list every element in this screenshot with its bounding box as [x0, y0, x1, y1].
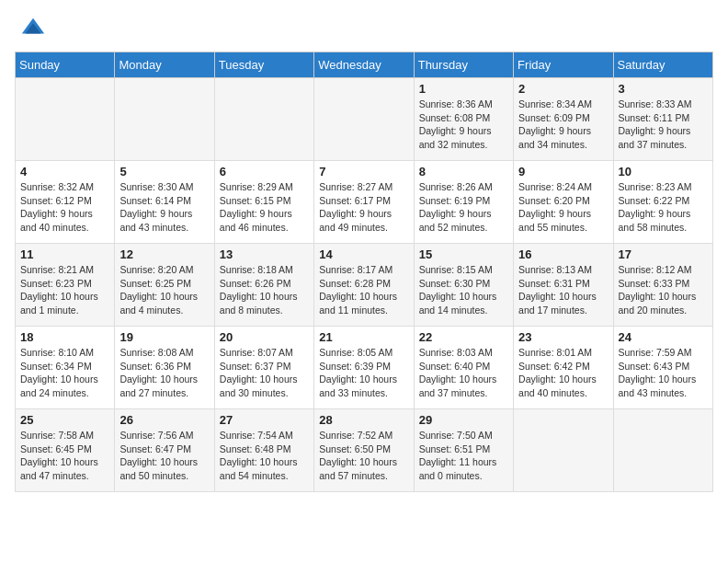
day-of-week-header: Monday	[115, 52, 214, 78]
calendar-cell: 26Sunrise: 7:56 AM Sunset: 6:47 PM Dayli…	[115, 409, 214, 492]
day-of-week-header: Tuesday	[214, 52, 313, 78]
calendar-cell	[613, 409, 712, 492]
day-info: Sunrise: 7:52 AM Sunset: 6:50 PM Dayligh…	[319, 429, 408, 483]
day-number: 8	[419, 165, 508, 178]
calendar-cell	[514, 409, 613, 492]
day-number: 22	[419, 330, 508, 344]
day-number: 27	[220, 413, 309, 427]
day-number: 11	[20, 247, 109, 261]
day-info: Sunrise: 8:36 AM Sunset: 6:08 PM Dayligh…	[419, 98, 508, 152]
calendar-cell: 11Sunrise: 8:21 AM Sunset: 6:23 PM Dayli…	[16, 244, 115, 327]
day-info: Sunrise: 7:58 AM Sunset: 6:45 PM Dayligh…	[20, 429, 109, 483]
day-of-week-header: Sunday	[16, 52, 115, 78]
calendar-cell	[314, 78, 414, 161]
day-info: Sunrise: 7:56 AM Sunset: 6:47 PM Dayligh…	[119, 429, 209, 483]
day-number: 5	[119, 165, 209, 178]
calendar-cell: 3Sunrise: 8:33 AM Sunset: 6:11 PM Daylig…	[613, 78, 712, 161]
day-info: Sunrise: 7:59 AM Sunset: 6:43 PM Dayligh…	[619, 346, 708, 400]
calendar-cell	[16, 78, 115, 161]
calendar-week-row: 11Sunrise: 8:21 AM Sunset: 6:23 PM Dayli…	[16, 244, 713, 327]
day-info: Sunrise: 8:18 AM Sunset: 6:26 PM Dayligh…	[220, 263, 309, 317]
day-info: Sunrise: 8:23 AM Sunset: 6:22 PM Dayligh…	[619, 180, 708, 235]
day-number: 7	[319, 165, 408, 178]
day-info: Sunrise: 8:15 AM Sunset: 6:30 PM Dayligh…	[419, 263, 508, 317]
day-info: Sunrise: 8:34 AM Sunset: 6:09 PM Dayligh…	[518, 98, 608, 152]
day-number: 14	[319, 247, 408, 261]
day-info: Sunrise: 8:30 AM Sunset: 6:14 PM Dayligh…	[119, 180, 209, 235]
day-info: Sunrise: 8:03 AM Sunset: 6:40 PM Dayligh…	[419, 346, 508, 400]
day-info: Sunrise: 8:08 AM Sunset: 6:36 PM Dayligh…	[119, 346, 209, 400]
day-number: 2	[518, 82, 608, 96]
day-info: Sunrise: 8:01 AM Sunset: 6:42 PM Dayligh…	[518, 346, 608, 400]
day-number: 13	[220, 247, 309, 261]
day-of-week-header: Thursday	[414, 52, 513, 78]
day-info: Sunrise: 8:13 AM Sunset: 6:31 PM Dayligh…	[518, 263, 608, 317]
calendar-cell: 16Sunrise: 8:13 AM Sunset: 6:31 PM Dayli…	[514, 244, 613, 327]
day-number: 10	[619, 165, 708, 178]
day-number: 12	[119, 247, 209, 261]
day-number: 9	[518, 165, 608, 178]
calendar-cell: 4Sunrise: 8:32 AM Sunset: 6:12 PM Daylig…	[16, 161, 115, 244]
calendar-week-row: 4Sunrise: 8:32 AM Sunset: 6:12 PM Daylig…	[16, 161, 713, 244]
day-of-week-header: Friday	[514, 52, 613, 78]
calendar-cell: 29Sunrise: 7:50 AM Sunset: 6:51 PM Dayli…	[414, 409, 513, 492]
calendar-cell: 19Sunrise: 8:08 AM Sunset: 6:36 PM Dayli…	[115, 327, 214, 409]
day-number: 1	[419, 82, 508, 96]
calendar-cell: 27Sunrise: 7:54 AM Sunset: 6:48 PM Dayli…	[214, 409, 313, 492]
day-number: 18	[20, 330, 109, 344]
day-number: 29	[419, 413, 508, 427]
day-number: 6	[220, 165, 309, 178]
calendar-cell: 10Sunrise: 8:23 AM Sunset: 6:22 PM Dayli…	[613, 161, 712, 244]
day-number: 17	[619, 247, 708, 261]
day-info: Sunrise: 8:26 AM Sunset: 6:19 PM Dayligh…	[419, 180, 508, 235]
day-of-week-header: Wednesday	[314, 52, 414, 78]
calendar-week-row: 25Sunrise: 7:58 AM Sunset: 6:45 PM Dayli…	[16, 409, 713, 492]
day-info: Sunrise: 8:29 AM Sunset: 6:15 PM Dayligh…	[220, 180, 309, 235]
day-info: Sunrise: 8:21 AM Sunset: 6:23 PM Dayligh…	[20, 263, 109, 317]
calendar-cell: 22Sunrise: 8:03 AM Sunset: 6:40 PM Dayli…	[414, 327, 513, 409]
logo-icon	[20, 15, 46, 40]
day-number: 24	[619, 330, 708, 344]
logo	[15, 15, 46, 40]
day-info: Sunrise: 8:32 AM Sunset: 6:12 PM Dayligh…	[20, 180, 109, 235]
calendar-cell: 20Sunrise: 8:07 AM Sunset: 6:37 PM Dayli…	[214, 327, 313, 409]
day-info: Sunrise: 7:54 AM Sunset: 6:48 PM Dayligh…	[220, 429, 309, 483]
day-number: 23	[518, 330, 608, 344]
calendar-cell: 14Sunrise: 8:17 AM Sunset: 6:28 PM Dayli…	[314, 244, 414, 327]
day-info: Sunrise: 8:10 AM Sunset: 6:34 PM Dayligh…	[20, 346, 109, 400]
day-number: 21	[319, 330, 408, 344]
calendar-week-row: 18Sunrise: 8:10 AM Sunset: 6:34 PM Dayli…	[16, 327, 713, 409]
calendar-cell: 17Sunrise: 8:12 AM Sunset: 6:33 PM Dayli…	[613, 244, 712, 327]
day-info: Sunrise: 8:27 AM Sunset: 6:17 PM Dayligh…	[319, 180, 408, 235]
calendar-cell: 8Sunrise: 8:26 AM Sunset: 6:19 PM Daylig…	[414, 161, 513, 244]
day-info: Sunrise: 8:05 AM Sunset: 6:39 PM Dayligh…	[319, 346, 408, 400]
day-number: 26	[119, 413, 209, 427]
calendar-cell: 13Sunrise: 8:18 AM Sunset: 6:26 PM Dayli…	[214, 244, 313, 327]
day-info: Sunrise: 8:33 AM Sunset: 6:11 PM Dayligh…	[619, 98, 708, 152]
calendar-cell	[214, 78, 313, 161]
calendar-cell: 9Sunrise: 8:24 AM Sunset: 6:20 PM Daylig…	[514, 161, 613, 244]
calendar-cell: 18Sunrise: 8:10 AM Sunset: 6:34 PM Dayli…	[16, 327, 115, 409]
day-number: 20	[220, 330, 309, 344]
day-number: 19	[119, 330, 209, 344]
day-number: 25	[20, 413, 109, 427]
calendar-cell: 7Sunrise: 8:27 AM Sunset: 6:17 PM Daylig…	[314, 161, 414, 244]
calendar-cell: 28Sunrise: 7:52 AM Sunset: 6:50 PM Dayli…	[314, 409, 414, 492]
calendar-cell: 2Sunrise: 8:34 AM Sunset: 6:09 PM Daylig…	[514, 78, 613, 161]
day-info: Sunrise: 8:07 AM Sunset: 6:37 PM Dayligh…	[220, 346, 309, 400]
day-number: 15	[419, 247, 508, 261]
calendar-week-row: 1Sunrise: 8:36 AM Sunset: 6:08 PM Daylig…	[16, 78, 713, 161]
header	[15, 15, 713, 40]
day-info: Sunrise: 8:24 AM Sunset: 6:20 PM Dayligh…	[518, 180, 608, 235]
day-of-week-header: Saturday	[613, 52, 712, 78]
calendar-cell: 24Sunrise: 7:59 AM Sunset: 6:43 PM Dayli…	[613, 327, 712, 409]
calendar-cell: 5Sunrise: 8:30 AM Sunset: 6:14 PM Daylig…	[115, 161, 214, 244]
calendar-cell: 15Sunrise: 8:15 AM Sunset: 6:30 PM Dayli…	[414, 244, 513, 327]
day-number: 3	[619, 82, 708, 96]
calendar-cell: 23Sunrise: 8:01 AM Sunset: 6:42 PM Dayli…	[514, 327, 613, 409]
calendar-cell: 1Sunrise: 8:36 AM Sunset: 6:08 PM Daylig…	[414, 78, 513, 161]
calendar-cell: 6Sunrise: 8:29 AM Sunset: 6:15 PM Daylig…	[214, 161, 313, 244]
day-number: 16	[518, 247, 608, 261]
day-info: Sunrise: 8:17 AM Sunset: 6:28 PM Dayligh…	[319, 263, 408, 317]
calendar-cell: 25Sunrise: 7:58 AM Sunset: 6:45 PM Dayli…	[16, 409, 115, 492]
